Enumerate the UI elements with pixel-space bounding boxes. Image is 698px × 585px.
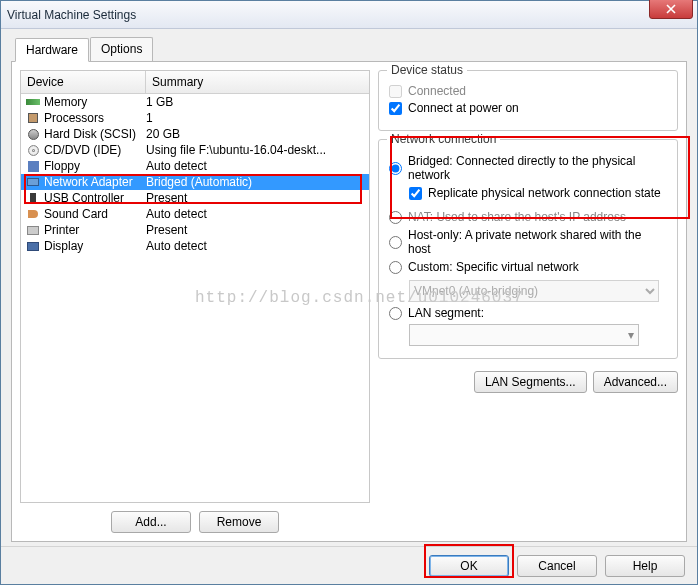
group-title-netconn: Network connection — [387, 132, 500, 146]
device-icon — [25, 175, 41, 189]
cancel-button[interactable]: Cancel — [517, 555, 597, 577]
device-summary: Using file F:\ubuntu-16.04-deskt... — [146, 143, 369, 157]
tab-options[interactable]: Options — [90, 37, 153, 61]
device-list-header: Device Summary — [21, 71, 369, 94]
tab-hardware[interactable]: Hardware — [15, 38, 89, 62]
lansegment-label: LAN segment: — [408, 306, 484, 320]
hostonly-radio-row[interactable]: Host-only: A private network shared with… — [389, 228, 667, 256]
replicate-checkbox[interactable] — [409, 187, 422, 200]
replicate-checkbox-row[interactable]: Replicate physical network connection st… — [409, 186, 667, 200]
device-name: CD/DVD (IDE) — [44, 143, 146, 157]
device-row[interactable]: Sound CardAuto detect — [21, 206, 369, 222]
poweron-checkbox-row[interactable]: Connect at power on — [389, 101, 667, 115]
lansegment-radio-row[interactable]: LAN segment: — [389, 306, 667, 320]
group-title-status: Device status — [387, 63, 467, 77]
nat-radio-row[interactable]: NAT: Used to share the host's IP address — [389, 210, 667, 224]
close-button[interactable] — [649, 0, 693, 19]
device-icon — [25, 207, 41, 221]
device-icon — [25, 143, 41, 157]
vmnet-select: VMnet0 (Auto-bridging) — [409, 280, 659, 302]
device-name: Processors — [44, 111, 146, 125]
device-summary: Present — [146, 191, 369, 205]
device-row[interactable]: PrinterPresent — [21, 222, 369, 238]
device-name: Hard Disk (SCSI) — [44, 127, 146, 141]
device-row[interactable]: Memory1 GB — [21, 94, 369, 110]
device-row[interactable]: Hard Disk (SCSI)20 GB — [21, 126, 369, 142]
custom-label: Custom: Specific virtual network — [408, 260, 579, 274]
device-row[interactable]: FloppyAuto detect — [21, 158, 369, 174]
ok-button[interactable]: OK — [429, 555, 509, 577]
device-icon — [25, 223, 41, 237]
tab-strip: Hardware Options — [11, 37, 687, 62]
device-name: Memory — [44, 95, 146, 109]
lansegment-select: ▾ — [409, 324, 639, 346]
network-connection-group: Network connection Bridged: Connected di… — [378, 139, 678, 359]
device-name: Network Adapter — [44, 175, 146, 189]
device-summary: Bridged (Automatic) — [146, 175, 369, 189]
device-name: Floppy — [44, 159, 146, 173]
device-name: USB Controller — [44, 191, 146, 205]
device-row[interactable]: Network AdapterBridged (Automatic) — [21, 174, 369, 190]
device-list[interactable]: Device Summary Memory1 GBProcessors1Hard… — [20, 70, 370, 503]
device-icon — [25, 127, 41, 141]
custom-radio[interactable] — [389, 261, 402, 274]
connected-checkbox — [389, 85, 402, 98]
device-name: Printer — [44, 223, 146, 237]
device-status-group: Device status Connected Connect at power… — [378, 70, 678, 131]
device-summary: Auto detect — [146, 239, 369, 253]
device-summary: Present — [146, 223, 369, 237]
poweron-checkbox[interactable] — [389, 102, 402, 115]
titlebar: Virtual Machine Settings — [1, 1, 697, 29]
bridged-radio[interactable] — [389, 162, 402, 175]
bridged-label: Bridged: Connected directly to the physi… — [408, 154, 667, 182]
device-summary: 1 — [146, 111, 369, 125]
device-row[interactable]: USB ControllerPresent — [21, 190, 369, 206]
window-title: Virtual Machine Settings — [7, 8, 136, 22]
device-icon — [25, 95, 41, 109]
hostonly-label: Host-only: A private network shared with… — [408, 228, 667, 256]
poweron-label: Connect at power on — [408, 101, 519, 115]
device-row[interactable]: Processors1 — [21, 110, 369, 126]
advanced-button[interactable]: Advanced... — [593, 371, 678, 393]
nat-radio[interactable] — [389, 211, 402, 224]
device-icon — [25, 111, 41, 125]
connected-label: Connected — [408, 84, 466, 98]
replicate-label: Replicate physical network connection st… — [428, 186, 661, 200]
vm-settings-window: Virtual Machine Settings Hardware Option… — [0, 0, 698, 585]
device-summary: 20 GB — [146, 127, 369, 141]
help-button[interactable]: Help — [605, 555, 685, 577]
connected-checkbox-row: Connected — [389, 84, 667, 98]
remove-button[interactable]: Remove — [199, 511, 279, 533]
device-name: Display — [44, 239, 146, 253]
nat-label: NAT: Used to share the host's IP address — [408, 210, 626, 224]
bridged-radio-row[interactable]: Bridged: Connected directly to the physi… — [389, 154, 667, 182]
device-summary: Auto detect — [146, 159, 369, 173]
device-icon — [25, 239, 41, 253]
add-button[interactable]: Add... — [111, 511, 191, 533]
device-row[interactable]: DisplayAuto detect — [21, 238, 369, 254]
device-icon — [25, 191, 41, 205]
device-summary: 1 GB — [146, 95, 369, 109]
device-summary: Auto detect — [146, 207, 369, 221]
close-icon — [666, 4, 676, 14]
device-row[interactable]: CD/DVD (IDE)Using file F:\ubuntu-16.04-d… — [21, 142, 369, 158]
column-device[interactable]: Device — [21, 71, 146, 93]
custom-radio-row[interactable]: Custom: Specific virtual network — [389, 260, 667, 274]
lansegment-radio[interactable] — [389, 307, 402, 320]
device-name: Sound Card — [44, 207, 146, 221]
button-bar: OK Cancel Help — [1, 546, 697, 584]
column-summary[interactable]: Summary — [146, 71, 369, 93]
device-icon — [25, 159, 41, 173]
lan-segments-button[interactable]: LAN Segments... — [474, 371, 587, 393]
hostonly-radio[interactable] — [389, 236, 402, 249]
